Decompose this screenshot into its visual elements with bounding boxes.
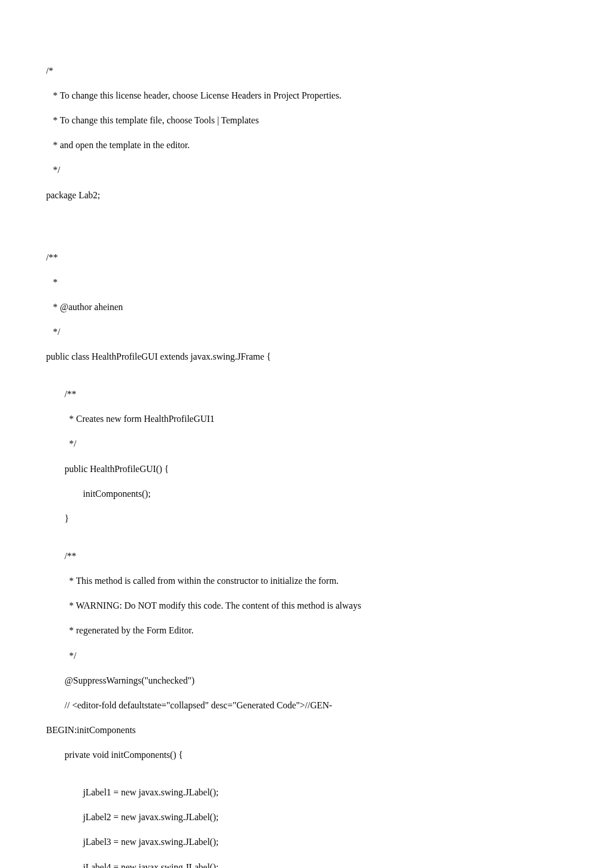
code-line: * regenerated by the Form Editor. <box>46 624 566 637</box>
code-line: jLabel2 = new javax.swing.JLabel(); <box>46 811 566 824</box>
code-line: public class HealthProfileGUI extends ja… <box>46 350 566 363</box>
code-line: /** <box>46 388 566 401</box>
code-line: public HealthProfileGUI() { <box>46 463 566 475</box>
code-line: /** <box>46 251 566 264</box>
code-line: jLabel1 = new javax.swing.JLabel(); <box>46 786 566 799</box>
code-line: * Creates new form HealthProfileGUI1 <box>46 413 566 425</box>
code-line: BEGIN:initComponents <box>46 724 566 737</box>
document-page: /* * To change this license header, choo… <box>0 0 612 868</box>
code-line: } <box>46 512 566 525</box>
code-line: /** <box>46 550 566 563</box>
code-line: initComponents(); <box>46 488 566 500</box>
code-line: */ <box>46 650 566 662</box>
code-line: */ <box>46 437 566 450</box>
code-line: */ <box>46 326 566 338</box>
code-line: // <editor-fold defaultstate="collapsed"… <box>46 699 566 712</box>
code-line: * This method is called from within the … <box>46 575 566 587</box>
code-line: jLabel3 = new javax.swing.JLabel(); <box>46 836 566 848</box>
code-line: jLabel4 = new javax.swing.JLabel(); <box>46 861 566 868</box>
code-line: /* <box>46 65 566 77</box>
code-line: @SuppressWarnings("unchecked") <box>46 674 566 687</box>
code-line: * To change this template file, choose T… <box>46 114 566 127</box>
code-line: * @author aheinen <box>46 301 566 314</box>
code-line: private void initComponents() { <box>46 749 566 761</box>
code-line: */ <box>46 164 566 176</box>
code-line: * <box>46 276 566 289</box>
code-line: * and open the template in the editor. <box>46 139 566 152</box>
code-line: * WARNING: Do NOT modify this code. The … <box>46 599 566 612</box>
code-line: * To change this license header, choose … <box>46 89 566 102</box>
code-line: package Lab2; <box>46 189 566 202</box>
